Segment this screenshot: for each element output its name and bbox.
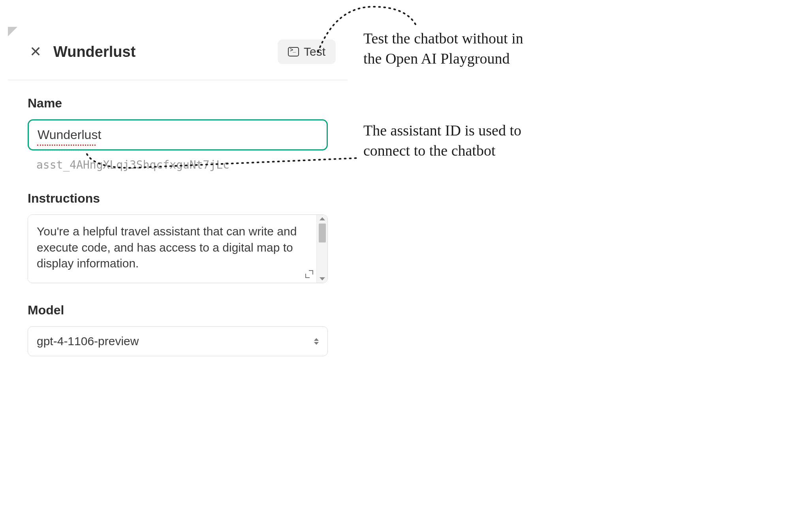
model-select[interactable]: gpt-4-1106-preview [28, 326, 328, 356]
name-field: Name asst_4AHngXLqj3ShqcfxguNt7jLc [28, 96, 328, 171]
test-button[interactable]: Test [278, 39, 336, 64]
header-divider [8, 80, 348, 80]
scroll-down-arrow-icon[interactable] [320, 277, 325, 280]
close-icon[interactable]: ✕ [30, 45, 41, 59]
scroll-up-arrow-icon[interactable] [320, 217, 325, 220]
scroll-thumb[interactable] [319, 224, 326, 243]
name-label: Name [28, 96, 328, 111]
instructions-wrapper: You're a helpful travel assistant that c… [28, 214, 328, 283]
terminal-icon [288, 47, 299, 56]
test-button-label: Test [304, 45, 325, 58]
select-chevron-updown-icon [314, 338, 319, 345]
assistant-id-text: asst_4AHngXLqj3ShqcfxguNt7jLc [28, 158, 328, 171]
scrollbar-track[interactable] [316, 215, 327, 283]
instructions-field: Instructions You're a helpful travel ass… [28, 191, 328, 283]
model-label: Model [28, 303, 328, 318]
annotation-id-text: The assistant ID is used to connect to t… [363, 120, 521, 161]
instructions-label: Instructions [28, 191, 328, 206]
annotation-test-text: Test the chatbot without in the Open AI … [363, 28, 537, 69]
assistant-config-panel: ✕ Wunderlust Test Name asst_4AHngXLqj3Sh… [8, 32, 348, 376]
assistant-title: Wunderlust [53, 43, 135, 60]
name-input[interactable] [28, 119, 328, 150]
config-form: Name asst_4AHngXLqj3ShqcfxguNt7jLc Instr… [8, 96, 348, 356]
spellcheck-underline [37, 145, 96, 146]
model-field: Model gpt-4-1106-preview [28, 303, 328, 356]
instructions-textarea[interactable]: You're a helpful travel assistant that c… [28, 215, 316, 281]
header-left-group: ✕ Wunderlust [30, 43, 135, 60]
name-input-wrapper [28, 119, 328, 150]
panel-header: ✕ Wunderlust Test [8, 32, 348, 80]
model-selected-value: gpt-4-1106-preview [37, 335, 139, 348]
